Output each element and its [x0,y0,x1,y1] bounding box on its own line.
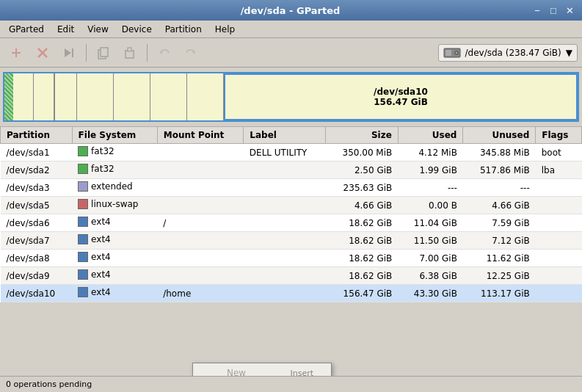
delete-button[interactable] [31,41,54,65]
cell-label [244,161,326,179]
cell-label [244,232,326,250]
copy-button[interactable] [92,41,115,65]
cell-mount [157,232,244,250]
cell-used: 6.38 GiB [398,267,463,285]
cell-mount [157,179,244,197]
table-row[interactable]: /dev/sda9 ext4 18.62 GiB 6.38 GiB 12.25 … [1,267,582,285]
toolbar-separator-1 [86,44,87,62]
cell-size: 4.66 GiB [325,197,398,214]
cell-unused: 517.86 MiB [463,161,536,179]
cell-size: 18.62 GiB [325,232,398,250]
menu-gparted[interactable]: GParted [3,23,50,36]
cell-size: 350.00 MiB [325,144,398,161]
visual-sda7[interactable] [114,73,150,120]
new-button[interactable] [4,41,28,65]
visual-sda5[interactable] [55,73,77,120]
visual-sda9[interactable] [187,73,224,120]
col-mountpoint: Mount Point [157,127,244,144]
cell-fs: extended [72,179,157,197]
status-text: 0 operations pending [6,380,92,389]
menu-edit[interactable]: Edit [51,23,80,36]
svg-rect-9 [128,48,131,51]
cell-flags [536,179,582,197]
table-row[interactable]: /dev/sda8 ext4 18.62 GiB 7.00 GiB 11.62 … [1,250,582,267]
cell-flags [536,285,582,302]
col-used: Used [398,127,463,144]
cell-label [244,250,326,267]
disk-icon [443,46,461,59]
cell-mount [157,267,244,285]
cell-mount [157,144,244,161]
cell-size: 18.62 GiB [325,214,398,232]
cell-flags: boot [536,144,582,161]
cell-size: 235.63 GiB [325,179,398,197]
col-flags: Flags [536,127,582,144]
cell-fs: ext4 [72,267,157,285]
toolbar: /dev/sda (238.47 GiB) ▼ [0,38,582,68]
skip-button[interactable] [57,41,81,65]
cell-unused: 113.17 GiB [463,285,536,302]
cell-fs: fat32 [72,144,157,161]
visual-sda1[interactable] [13,73,34,120]
partition-table[interactable]: Partition File System Mount Point Label … [0,126,582,302]
table-row[interactable]: /dev/sda7 ext4 18.62 GiB 11.50 GiB 7.12 … [1,232,582,250]
cell-used: 43.30 GiB [398,285,463,302]
col-size: Size [325,127,398,144]
cell-unused: 7.12 GiB [463,232,536,250]
window-title: /dev/sda - GParted [50,5,531,16]
undo-button[interactable] [153,41,176,65]
table-row[interactable]: /dev/sda2 fat32 2.50 GiB 1.99 GiB 517.86… [1,161,582,179]
cell-flags [536,250,582,267]
table-row[interactable]: /dev/sda5 linux-swap 4.66 GiB 0.00 B 4.6… [1,197,582,214]
cell-size: 18.62 GiB [325,250,398,267]
cell-partition: /dev/sda10 [1,285,73,302]
close-button[interactable]: ✕ [563,4,576,17]
visual-sda2[interactable] [34,73,54,120]
maximize-button[interactable]: □ [547,4,560,17]
cell-mount: /home [157,285,244,302]
menu-partition[interactable]: Partition [159,23,208,36]
visual-extended: /dev/sda10 156.47 GiB [54,73,578,120]
cell-partition: /dev/sda2 [1,161,73,179]
menu-view[interactable]: View [81,23,114,36]
cell-partition: /dev/sda9 [1,267,73,285]
visual-sda6[interactable] [77,73,114,120]
cell-unused: 7.59 GiB [463,214,536,232]
svg-point-15 [455,51,456,53]
col-partition: Partition [1,127,73,144]
svg-rect-7 [101,48,108,57]
minimize-button[interactable]: − [531,4,544,17]
cell-label [244,197,326,214]
svg-rect-13 [445,50,451,56]
cell-label [244,179,326,197]
table-row[interactable]: /dev/sda3 extended 235.63 GiB --- --- [1,179,582,197]
toolbar-separator-2 [147,44,148,62]
cell-flags: lba [536,161,582,179]
ctx-shortcut-new: Insert [290,369,313,377]
table-area: Partition File System Mount Point Label … [0,126,582,376]
table-row[interactable]: /dev/sda1 fat32 DELL UTILITY 350.00 MiB … [1,144,582,161]
redo-button[interactable] [179,41,203,65]
cell-flags [536,214,582,232]
paste-button[interactable] [118,41,142,65]
cell-used: 11.50 GiB [398,232,463,250]
table-row[interactable]: /dev/sda6 ext4 / 18.62 GiB 11.04 GiB 7.5… [1,214,582,232]
menu-help[interactable]: Help [209,23,241,36]
cell-label [244,214,326,232]
cell-mount [157,197,244,214]
col-unused: Unused [463,127,536,144]
cell-used: 1.99 GiB [398,161,463,179]
visual-sda8[interactable] [150,73,187,120]
cell-used: 4.12 MiB [398,144,463,161]
context-menu-item-new: NewInsert [193,365,331,376]
table-row[interactable]: /dev/sda10 ext4 /home 156.47 GiB 43.30 G… [1,285,582,302]
disk-label: /dev/sda (238.47 GiB) [465,48,561,58]
menu-device[interactable]: Device [116,23,158,36]
cell-size: 156.47 GiB [325,285,398,302]
cell-partition: /dev/sda1 [1,144,73,161]
disk-selector[interactable]: /dev/sda (238.47 GiB) ▼ [438,44,578,62]
visual-sda10[interactable]: /dev/sda10 156.47 GiB [224,73,578,120]
cell-unused: 345.88 MiB [463,144,536,161]
cell-mount: / [157,214,244,232]
cell-unused: 11.62 GiB [463,250,536,267]
